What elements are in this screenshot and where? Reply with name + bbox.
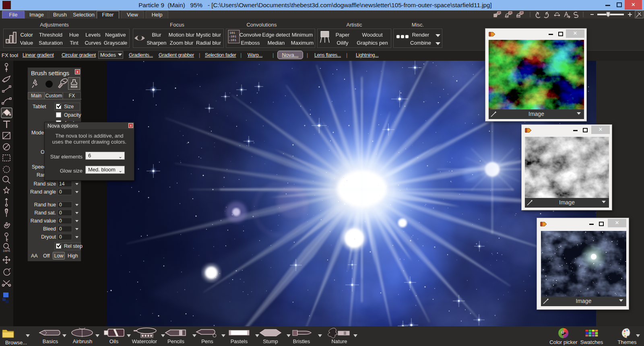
svg-text:100%: 100% — [3, 249, 10, 252]
